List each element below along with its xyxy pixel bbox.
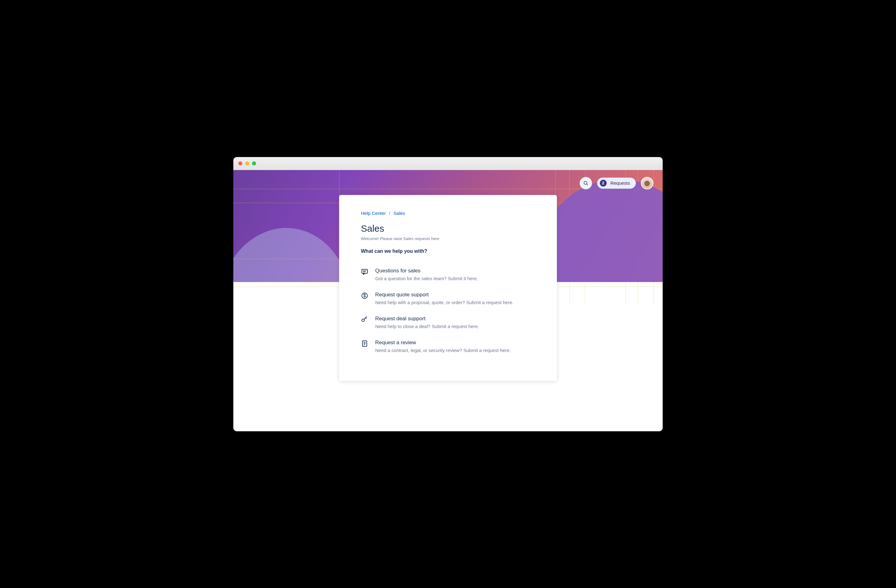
chat-icon [361,268,368,275]
request-type-quote[interactable]: Request quote support Need help with a p… [361,292,535,305]
svg-rect-2 [362,269,367,273]
breadcrumb-root-link[interactable]: Help Center [361,211,386,216]
window-titlebar [233,157,663,170]
welcome-text: Welcome! Please raise Sales requests her… [361,236,535,241]
close-window-button[interactable] [238,161,242,166]
request-type-title: Request quote support [375,292,514,298]
page-title: Sales [361,223,535,234]
request-type-title: Request a review [375,340,510,346]
key-icon [361,316,368,324]
search-button[interactable] [580,177,592,189]
requests-count-badge: 2 [600,180,606,187]
requests-label: Requests [610,180,630,185]
request-type-review[interactable]: Request a review Need a contract, legal,… [361,340,535,353]
app-window: 2 Requests Help Center / Sales Sales Wel… [233,157,663,431]
minimize-window-button[interactable] [245,161,249,166]
help-prompt: What can we help you with? [361,248,535,254]
request-type-desc: Need help with a proposal, quote, or ord… [375,300,514,305]
avatar[interactable] [641,177,653,189]
request-type-questions[interactable]: Questions for sales Got a question for t… [361,268,535,281]
maximize-window-button[interactable] [252,161,256,166]
document-icon [361,340,368,347]
request-type-title: Request deal support [375,316,479,322]
request-type-desc: Got a question for the sales team? Submi… [375,276,478,281]
svg-point-0 [584,181,587,184]
breadcrumb: Help Center / Sales [361,211,535,216]
portal-card: Help Center / Sales Sales Welcome! Pleas… [339,195,557,381]
breadcrumb-current-link[interactable]: Sales [393,211,405,216]
request-type-title: Questions for sales [375,268,478,274]
request-type-desc: Need a contract, legal, or security revi… [375,348,510,353]
requests-button[interactable]: 2 Requests [597,178,636,189]
search-icon [583,180,589,186]
header-actions: 2 Requests [580,177,653,189]
breadcrumb-separator: / [389,211,390,216]
svg-point-8 [362,319,364,322]
decorative-blob [538,179,663,282]
request-type-desc: Need help to close a deal? Submit a requ… [375,324,479,329]
dollar-icon [361,292,368,299]
request-type-deal[interactable]: Request deal support Need help to close … [361,316,535,329]
svg-line-1 [587,184,588,185]
